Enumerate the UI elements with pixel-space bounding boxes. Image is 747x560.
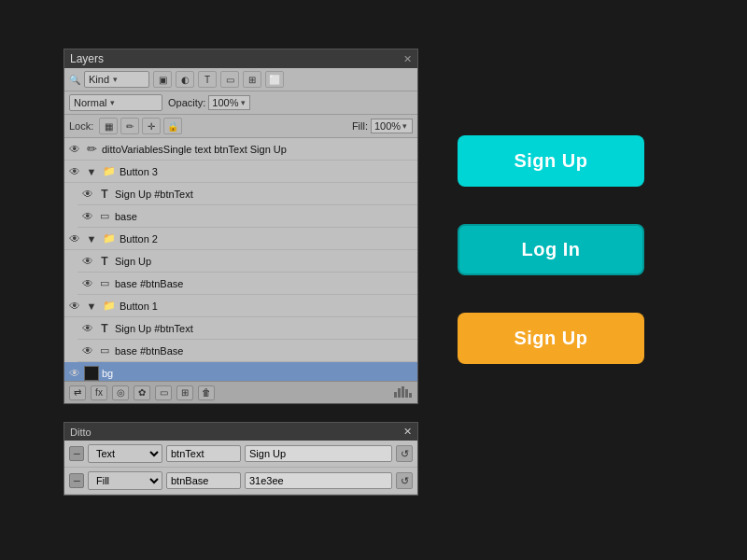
script-icon: ✏	[84, 142, 99, 156]
fx-icon[interactable]: fx	[91, 385, 107, 400]
filter-pixel-btn[interactable]: ▣	[153, 71, 172, 88]
preview-signup-button-2[interactable]: Sign Up	[458, 313, 644, 364]
visibility-icon[interactable]: 👁	[68, 300, 81, 313]
filter-smart-btn[interactable]: ⊞	[243, 71, 261, 88]
list-item[interactable]: 👁 ▼ 📁 Button 3	[64, 161, 417, 183]
list-item[interactable]: 👁 ▭ base #btnBase	[78, 273, 417, 295]
group-icon: 📁	[102, 165, 117, 177]
remove-text-row-btn[interactable]: −	[69, 446, 84, 461]
list-item[interactable]: 👁 ✏ dittoVariablesSingle text btnText Si…	[64, 138, 417, 161]
list-item[interactable]: 👁 ▼ 📁 Button 2	[64, 228, 417, 250]
layer-name: Button 3	[120, 166, 414, 177]
list-item[interactable]: 👁 bg	[64, 362, 417, 381]
link-icon[interactable]: ⇄	[69, 385, 86, 400]
text-icon: T	[97, 188, 112, 201]
fill-dropdown-arrow: ▾	[402, 121, 407, 131]
text-icon: T	[97, 322, 112, 335]
layer-name: Button 2	[120, 233, 414, 245]
visibility-icon[interactable]: 👁	[81, 210, 94, 223]
histogram-icon	[394, 385, 413, 400]
layer-name: Sign Up #btnText	[115, 323, 414, 334]
layers-list: 👁 ✏ dittoVariablesSingle text btnText Si…	[64, 138, 417, 381]
filter-text-btn[interactable]: T	[198, 71, 217, 88]
visibility-icon[interactable]: 👁	[68, 367, 81, 380]
rect-icon: ▭	[97, 277, 112, 289]
text-icon: T	[97, 255, 112, 268]
list-item[interactable]: 👁 ▭ base	[78, 205, 417, 228]
ditto-variable-fill-input[interactable]	[166, 472, 241, 489]
preview-signup-button-1[interactable]: Sign Up	[458, 135, 644, 187]
refresh-fill-btn[interactable]: ↺	[396, 472, 413, 489]
lock-transparent-btn[interactable]: ▦	[99, 118, 118, 134]
group-arrow-icon: ▼	[84, 233, 99, 245]
panel-header: Layers ✕	[64, 49, 417, 68]
layer-name: Sign Up #btnText	[115, 189, 414, 200]
ditto-type-select-fill[interactable]: Fill Text	[88, 471, 162, 490]
ditto-value-text-input[interactable]	[245, 445, 392, 462]
visibility-icon[interactable]: 👁	[81, 322, 94, 335]
filter-shape-btn[interactable]: ▭	[220, 71, 239, 88]
visibility-icon[interactable]: 👁	[68, 143, 81, 156]
panel-close-btn[interactable]: ✕	[403, 53, 412, 65]
filter-adjustment-btn[interactable]: ◐	[176, 71, 194, 88]
visibility-icon[interactable]: 👁	[81, 188, 94, 201]
delete-layer-icon[interactable]: 🗑	[198, 385, 215, 400]
layer-name: Button 1	[120, 301, 414, 312]
svg-rect-2	[402, 386, 404, 398]
lock-all-btn[interactable]: 🔒	[163, 118, 182, 134]
ditto-close-btn[interactable]: ✕	[403, 426, 412, 438]
layer-name: base	[115, 211, 414, 222]
list-item[interactable]: 👁 ▼ 📁 Button 1	[64, 295, 417, 317]
ditto-variable-text-input[interactable]	[166, 445, 241, 462]
group-bottom-icon[interactable]: ▭	[155, 385, 172, 400]
lock-position-btn[interactable]: ✛	[142, 118, 161, 134]
kind-select[interactable]: Kind ▾	[84, 71, 149, 88]
svg-rect-4	[409, 393, 412, 398]
list-item[interactable]: 👁 ▭ base #btnBase	[78, 340, 417, 362]
visibility-icon[interactable]: 👁	[68, 165, 81, 178]
list-item[interactable]: 👁 T Sign Up	[78, 250, 417, 273]
search-icon: 🔍	[69, 75, 80, 85]
preview-login-button[interactable]: Log In	[458, 224, 644, 275]
visibility-icon[interactable]: 👁	[81, 277, 94, 290]
opacity-dropdown-arrow: ▾	[241, 98, 246, 107]
visibility-icon[interactable]: 👁	[68, 232, 81, 245]
svg-rect-1	[398, 388, 401, 398]
list-item[interactable]: 👁 T Sign Up #btnText	[78, 183, 417, 205]
mask-icon[interactable]: ◎	[112, 385, 129, 400]
group-icon: 📁	[102, 300, 117, 312]
ditto-value-fill-input[interactable]	[245, 472, 392, 489]
list-item[interactable]: 👁 T Sign Up #btnText	[78, 317, 417, 340]
ditto-header: Ditto ✕	[64, 423, 417, 441]
lock-label: Lock:	[69, 120, 93, 132]
fill-label: Fill:	[352, 120, 368, 132]
refresh-text-btn[interactable]: ↺	[396, 445, 413, 462]
ditto-panel: Ditto ✕ − Text Fill ↺ − Fill Text ↺	[63, 422, 418, 496]
ditto-type-select-text[interactable]: Text Fill	[88, 444, 162, 463]
blend-mode-value: Normal	[74, 97, 106, 108]
blend-dropdown-arrow: ▾	[110, 98, 115, 107]
lock-pixels-btn[interactable]: ✏	[120, 118, 139, 134]
ditto-title: Ditto	[70, 427, 92, 438]
opacity-label: Opacity:	[168, 97, 205, 108]
group-arrow-icon: ▼	[84, 301, 99, 312]
group-arrow-icon: ▼	[84, 166, 99, 177]
remove-fill-row-btn[interactable]: −	[69, 473, 84, 488]
visibility-icon[interactable]: 👁	[81, 255, 94, 268]
opacity-input[interactable]: 100% ▾	[208, 95, 250, 110]
fill-input[interactable]: 100% ▾	[371, 119, 413, 133]
blend-mode-select[interactable]: Normal ▾	[69, 94, 162, 111]
filter-artboard-btn[interactable]: ⬜	[265, 71, 284, 88]
visibility-icon[interactable]: 👁	[81, 344, 94, 357]
opacity-value: 100%	[212, 97, 238, 108]
fill-value: 100%	[374, 120, 401, 132]
opacity-control: Opacity: 100% ▾	[168, 95, 250, 110]
rect-icon: ▭	[97, 210, 112, 222]
adjustment-icon[interactable]: ✿	[134, 385, 150, 400]
group-icon: 📁	[102, 232, 117, 245]
kind-dropdown-arrow: ▾	[113, 75, 118, 84]
preview-area: Sign Up Log In Sign Up	[458, 135, 644, 364]
layer-thumbnail	[84, 366, 99, 381]
filter-toolbar: 🔍 Kind ▾ ▣ ◐ T ▭ ⊞ ⬜	[64, 68, 417, 91]
new-layer-icon[interactable]: ⊞	[176, 385, 193, 400]
